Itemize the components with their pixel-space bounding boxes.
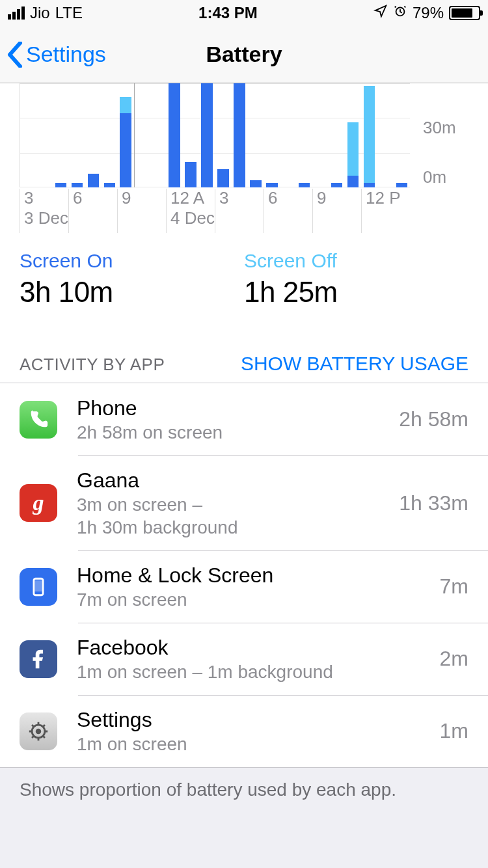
x-tick: 9 <box>312 189 361 233</box>
alarm-icon <box>393 4 407 22</box>
x-tick: 6 <box>68 189 117 233</box>
app-row[interactable]: Home & Lock Screen7m on screen7m <box>0 550 488 623</box>
app-detail: 1m on screen <box>77 733 432 755</box>
location-icon <box>373 4 388 22</box>
carrier-label: Jio <box>30 4 50 22</box>
nav-back-button[interactable]: Settings <box>0 42 106 68</box>
status-left: Jio LTE <box>8 4 83 22</box>
list-header: ACTIVITY BY APP SHOW BATTERY USAGE <box>0 327 488 383</box>
chart-bar[interactable] <box>312 83 329 187</box>
settings-icon <box>20 712 57 750</box>
app-name: Gaana <box>77 467 391 493</box>
app-detail: 1m on screen – 1m background <box>77 660 432 683</box>
chevron-left-icon <box>7 42 23 68</box>
screen-off-label: Screen Off <box>244 250 468 272</box>
gaana-icon: g <box>20 484 57 522</box>
chart-bar[interactable] <box>280 83 296 187</box>
app-row[interactable]: Facebook1m on screen – 1m background2m <box>0 623 488 695</box>
app-value: 1m <box>432 719 468 743</box>
battery-percent: 79% <box>413 4 444 22</box>
svg-point-4 <box>36 729 40 733</box>
y-tick-30m: 30m <box>423 118 456 138</box>
chart-bar[interactable] <box>150 83 167 187</box>
app-detail: 7m on screen <box>77 588 432 611</box>
activity-by-app-label: ACTIVITY BY APP <box>20 355 165 375</box>
chart-bar[interactable] <box>361 83 377 187</box>
phone-icon <box>20 401 57 439</box>
signal-icon <box>8 7 25 20</box>
chart-bar[interactable] <box>167 83 183 187</box>
app-value: 1h 33m <box>391 491 468 515</box>
chart-bar[interactable] <box>85 83 102 187</box>
x-tick: 33 Dec <box>20 189 68 233</box>
chart-bar[interactable] <box>69 83 85 187</box>
status-time: 1:43 PM <box>198 4 258 22</box>
chart-x-axis: 33 Dec6912 A4 Dec36912 P <box>20 189 410 233</box>
summary-screen-off: Screen Off 1h 25m <box>244 250 468 308</box>
chart-bar[interactable] <box>20 83 36 187</box>
app-name: Phone <box>77 395 391 421</box>
chart-bar[interactable] <box>377 83 394 187</box>
chart-bar[interactable] <box>394 83 410 187</box>
chart-bar[interactable] <box>247 83 264 187</box>
x-tick: 3 <box>215 189 264 233</box>
chart-bar[interactable] <box>118 83 134 187</box>
nav-bar: Settings Battery <box>0 26 488 83</box>
chart-y-axis: 30m 0m <box>416 83 468 187</box>
x-tick: 12 P <box>361 189 410 233</box>
app-row[interactable]: Settings1m on screen1m <box>0 695 488 767</box>
facebook-icon <box>20 640 57 678</box>
app-row[interactable]: gGaana3m on screen – 1h 30m background1h… <box>0 455 488 550</box>
chart-bar[interactable] <box>264 83 280 187</box>
activity-summary: Screen On 3h 10m Screen Off 1h 25m <box>0 233 488 327</box>
chart-bar[interactable] <box>53 83 69 187</box>
chart-bar[interactable] <box>36 83 53 187</box>
app-value: 2m <box>432 647 468 671</box>
footer-note: Shows proportion of battery used by each… <box>0 767 488 812</box>
chart-bar[interactable] <box>134 83 150 187</box>
nav-back-label: Settings <box>26 42 106 67</box>
battery-chart[interactable]: 30m 0m 33 Dec6912 A4 Dec36912 P <box>0 83 488 233</box>
show-battery-usage-button[interactable]: SHOW BATTERY USAGE <box>241 353 468 375</box>
app-name: Settings <box>77 707 432 733</box>
status-right: 79% <box>373 4 480 22</box>
x-tick: 9 <box>117 189 166 233</box>
app-name: Home & Lock Screen <box>77 562 432 588</box>
chart-bar[interactable] <box>329 83 345 187</box>
x-tick: 6 <box>264 189 312 233</box>
chart-bar[interactable] <box>215 83 231 187</box>
app-value: 7m <box>432 575 468 599</box>
chart-bar[interactable] <box>231 83 247 187</box>
svg-rect-2 <box>36 581 42 590</box>
app-name: Facebook <box>77 634 432 660</box>
chart-bar[interactable] <box>198 83 215 187</box>
summary-screen-on: Screen On 3h 10m <box>20 250 244 308</box>
chart-bar[interactable] <box>296 83 312 187</box>
chart-bar[interactable] <box>345 83 361 187</box>
network-label: LTE <box>55 4 83 22</box>
status-bar: Jio LTE 1:43 PM 79% <box>0 0 488 26</box>
app-list: Phone2h 58m on screen2h 58mgGaana3m on s… <box>0 383 488 767</box>
app-row[interactable]: Phone2h 58m on screen2h 58m <box>0 383 488 455</box>
homelock-icon <box>20 568 57 606</box>
y-tick-0m: 0m <box>423 167 446 187</box>
screen-on-label: Screen On <box>20 250 244 272</box>
app-value: 2h 58m <box>391 407 468 431</box>
chart-bar[interactable] <box>183 83 199 187</box>
screen-on-value: 3h 10m <box>20 276 244 308</box>
app-detail: 3m on screen – 1h 30m background <box>77 493 391 539</box>
x-tick: 12 A4 Dec <box>166 189 215 233</box>
battery-icon <box>449 6 480 20</box>
app-detail: 2h 58m on screen <box>77 421 391 444</box>
screen-off-value: 1h 25m <box>244 276 468 308</box>
chart-bar[interactable] <box>102 83 118 187</box>
